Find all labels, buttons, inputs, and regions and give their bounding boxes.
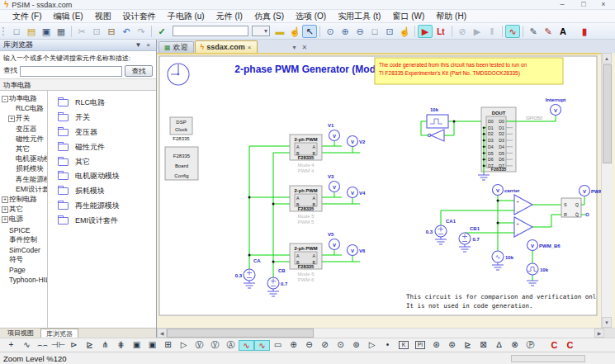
library-folder-item[interactable]: 电机驱动模块: [48, 169, 156, 184]
thyristor-icon[interactable]: ⊵: [82, 339, 97, 352]
schematic-canvas[interactable]: 2-phase PWM Generator (Mode 6) The code …: [157, 53, 601, 328]
tree-expander-icon[interactable]: +: [2, 216, 8, 223]
zoom-in-icon[interactable]: ⊕: [338, 25, 352, 38]
triangle-source-icon[interactable]: ⊙: [333, 339, 348, 352]
tree-item[interactable]: 磁性元件: [0, 135, 47, 144]
c-code-block-icon[interactable]: C: [562, 339, 578, 352]
menu-options[interactable]: 选项 (O): [290, 10, 332, 22]
zoom-icon[interactable]: ⊙: [323, 25, 338, 38]
new-file-icon[interactable]: □: [9, 25, 24, 38]
open-file-icon[interactable]: ▤: [24, 25, 39, 38]
pause-simulation-icon[interactable]: ‖: [485, 25, 499, 38]
coupled-inductor-icon[interactable]: ⊞: [160, 339, 176, 352]
library-folder-item[interactable]: RLC电路: [48, 96, 156, 111]
menu-help[interactable]: 帮助 (H): [430, 10, 472, 22]
k-block-icon[interactable]: K: [399, 341, 409, 349]
menu-window[interactable]: 窗口 (W): [386, 10, 430, 22]
tree-item[interactable]: 变压器: [0, 125, 47, 135]
mosfet-icon[interactable]: ⋕: [113, 339, 129, 352]
scroll-left-icon[interactable]: ◀: [157, 329, 167, 338]
pan-icon[interactable]: ☝: [287, 25, 302, 38]
search-input[interactable]: [20, 66, 122, 77]
dc-source-icon[interactable]: ⊕: [286, 339, 301, 352]
tree-item[interactable]: 再生能源模块: [0, 175, 47, 185]
tree-item[interactable]: 电机驱动模块: [0, 154, 47, 164]
tree-item[interactable]: Typhoon-HIL: [0, 275, 47, 285]
copy-icon[interactable]: ⊡: [89, 25, 104, 38]
close-button[interactable]: ×: [594, 0, 613, 10]
tab-project-view[interactable]: 项目视图: [2, 329, 39, 338]
schematic-viewport[interactable]: 2-phase PWM Generator (Mode 6) The code …: [157, 53, 615, 328]
tree-item[interactable]: 其它: [0, 144, 47, 154]
gain-icon[interactable]: ▷: [364, 339, 380, 352]
resistor-icon[interactable]: ∿: [19, 339, 35, 352]
tab-welcome[interactable]: ▦ 欢迎: [158, 41, 194, 53]
tab-library-browser[interactable]: 库浏览器: [40, 329, 78, 338]
probe-vdiff-icon[interactable]: ✎: [541, 25, 556, 38]
thermal-module-icon[interactable]: ∆: [491, 339, 507, 352]
inductor-icon[interactable]: ⌢⌢: [35, 339, 50, 352]
menu-design-suite[interactable]: 设计套件: [117, 10, 162, 22]
pi-block-icon[interactable]: PI: [415, 341, 425, 349]
tree-item[interactable]: EMI设计套件: [0, 185, 47, 195]
menu-edit[interactable]: 编辑 (E): [48, 10, 89, 22]
diode-icon[interactable]: ⊳: [66, 339, 82, 352]
voltmeter-icon[interactable]: Ⓥ: [207, 339, 223, 352]
menu-subcircuit[interactable]: 子电路 (u): [162, 10, 211, 22]
dout-block[interactable]: DOUT D0 D1 D2 D3 D4 D5 D6 D7 D0 D1 D2: [478, 107, 516, 180]
menu-simulate[interactable]: 仿真 (S): [248, 10, 290, 22]
rlc-branch-icon[interactable]: ▭: [270, 339, 286, 352]
probe-icon[interactable]: ✎: [526, 25, 541, 38]
tree-item[interactable]: - 功率电路: [0, 94, 47, 104]
horizontal-scrollbar[interactable]: ◀ ▶: [157, 328, 615, 338]
add-icon[interactable]: +: [3, 339, 19, 352]
tree-item[interactable]: 符号: [0, 255, 47, 265]
toolbar-search-input[interactable]: [173, 26, 248, 36]
tab-list-button[interactable]: ▾: [293, 44, 296, 51]
library-folder-item[interactable]: 再生能源模块: [48, 199, 156, 214]
zoom-area-icon[interactable]: ⊡: [382, 25, 397, 38]
simview-icon[interactable]: ∿: [505, 25, 520, 38]
note-box[interactable]: The code generated from this circuit has…: [375, 58, 563, 84]
library-folder-item[interactable]: 开关: [48, 111, 156, 125]
scroll-down-icon[interactable]: ▼: [602, 317, 612, 328]
tree-item[interactable]: SimCoder: [0, 245, 47, 255]
board-config-block[interactable]: F28335 Board Config: [165, 147, 198, 180]
verify-icon[interactable]: ✓: [154, 25, 169, 38]
text-icon[interactable]: A: [556, 25, 570, 38]
stop-simulation-icon[interactable]: ⊘: [455, 25, 470, 38]
maximize-button[interactable]: □: [574, 0, 594, 10]
horizontal-scroll-thumb[interactable]: [167, 329, 314, 338]
tree-item[interactable]: + 其它: [0, 205, 47, 215]
vertical-scrollbar[interactable]: ▲ ▼: [601, 53, 612, 328]
tree-item[interactable]: + 电源: [0, 215, 47, 225]
library-folder-item[interactable]: 损耗模块: [48, 184, 156, 199]
tree-expander-icon[interactable]: +: [2, 196, 8, 203]
dsp-clock-block[interactable]: DSP Clock F28335: [170, 117, 192, 141]
category-selector[interactable]: 功率电路: [0, 78, 156, 91]
sine-source-icon[interactable]: ⊖: [301, 339, 317, 352]
scope-icon[interactable]: ∿: [239, 340, 254, 351]
tab-close-icon[interactable]: ×: [248, 44, 252, 51]
toolbar-dropdown[interactable]: ▾: [252, 26, 270, 36]
print-icon[interactable]: ▦: [54, 25, 69, 38]
current-sensor-icon[interactable]: ⊜: [444, 339, 460, 352]
library-folder-item[interactable]: 其它: [48, 154, 156, 169]
pan-page-icon[interactable]: ☝: [397, 25, 412, 38]
tree-expander-icon[interactable]: +: [2, 206, 8, 213]
undo-icon[interactable]: ↶: [119, 25, 134, 38]
square-source-icon[interactable]: ⊘: [317, 339, 333, 352]
logic-gate-icon[interactable]: ⊵: [460, 339, 475, 352]
tree-expander-icon[interactable]: +: [8, 116, 15, 122]
library-folder-item[interactable]: 变压器: [48, 125, 156, 140]
tree-expander-icon[interactable]: -: [2, 96, 8, 102]
paste-icon[interactable]: ⊟: [104, 25, 119, 38]
transformer-3ph-icon[interactable]: ▣: [144, 339, 160, 352]
voltage-probe-icon[interactable]: Ⓥ: [192, 339, 207, 352]
transformer-icon[interactable]: ▣: [129, 339, 144, 352]
run-simulation-icon[interactable]: ▶: [418, 25, 433, 38]
element-info-icon[interactable]: ▮: [577, 25, 592, 38]
tree-item[interactable]: SPICE: [0, 225, 47, 234]
label-node-icon[interactable]: •: [380, 339, 395, 352]
transistor-icon[interactable]: ⋔: [97, 339, 113, 352]
